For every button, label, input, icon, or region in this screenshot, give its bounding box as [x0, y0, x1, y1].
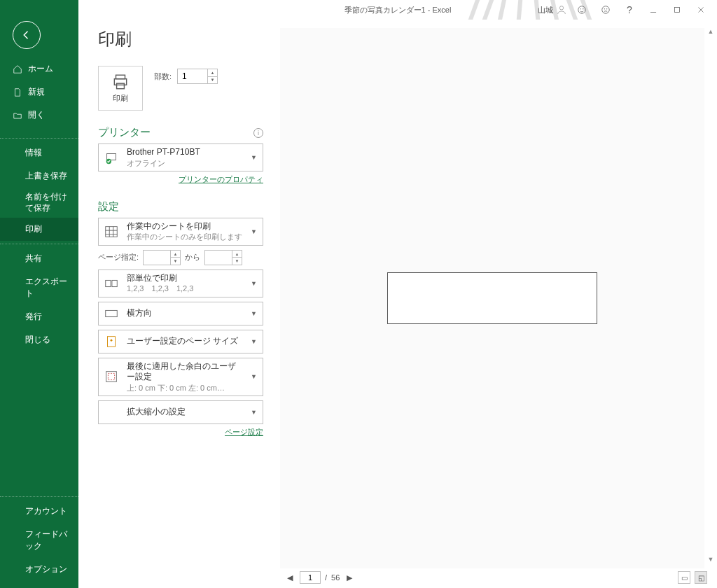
up[interactable]: ▲	[171, 251, 180, 258]
face-happy-button[interactable]	[573, 2, 591, 18]
prev-page-button[interactable]: ◀	[284, 573, 295, 582]
orientation-title: 横方向	[127, 308, 242, 319]
nav-label: ホーム	[28, 63, 53, 75]
copies-label: 部数:	[154, 71, 172, 82]
copies-spinner[interactable]: ▲ ▼	[177, 69, 218, 84]
nav-label: アカウント	[25, 505, 67, 517]
printer-status: オフライン	[127, 158, 242, 168]
print-what-dropdown[interactable]: 作業中のシートを印刷 作業中のシートのみを印刷します ▼	[98, 218, 263, 246]
nav-home[interactable]: ホーム	[0, 57, 78, 80]
print-button[interactable]: 印刷	[98, 66, 143, 111]
nav-publish[interactable]: 発行	[0, 305, 78, 328]
print-what-title: 作業中のシートを印刷	[127, 221, 242, 232]
help-button[interactable]: ?	[620, 2, 639, 18]
nav-account[interactable]: アカウント	[0, 500, 78, 523]
pagesize-title: ユーザー設定のページ サイズ	[127, 336, 242, 347]
user-account[interactable]: 山城	[538, 4, 567, 15]
nav-label: 新規	[28, 86, 45, 98]
scroll-down[interactable]: ▼	[706, 556, 715, 564]
nav-saveas[interactable]: 名前を付けて保存	[0, 188, 78, 218]
orientation-dropdown[interactable]: 横方向 ▼	[98, 302, 263, 326]
down[interactable]: ▼	[232, 258, 242, 265]
face-happy-icon	[577, 5, 587, 15]
down[interactable]: ▼	[171, 258, 180, 265]
chevron-down-icon: ▼	[249, 228, 258, 235]
printer-name: Brother PT-P710BT	[127, 147, 242, 158]
nav-close[interactable]: 閉じる	[0, 328, 78, 351]
margins-dropdown[interactable]: 最後に適用した余白のユーザー設定 上: 0 cm 下: 0 cm 左: 0 cm…	[98, 358, 263, 396]
svg-rect-14	[106, 280, 111, 286]
svg-rect-13	[106, 226, 118, 237]
scroll-up[interactable]: ▲	[706, 28, 715, 36]
nav-options[interactable]: オプション	[0, 558, 78, 581]
nav-new[interactable]: 新規	[0, 80, 78, 104]
svg-rect-16	[106, 310, 118, 316]
pages-to-input[interactable]	[205, 251, 232, 265]
svg-point-3	[583, 9, 583, 10]
minimize-button[interactable]	[644, 2, 662, 18]
next-page-button[interactable]: ▶	[344, 573, 355, 582]
printer-dropdown[interactable]: Brother PT-P710BT オフライン ▼	[98, 144, 263, 172]
chevron-down-icon: ▼	[249, 338, 258, 345]
nav-print[interactable]: 印刷	[0, 218, 78, 241]
pages-from-input[interactable]	[144, 251, 170, 265]
copies-input[interactable]	[178, 69, 207, 83]
page-setup-link[interactable]: ページ設定	[225, 428, 263, 436]
copies-down[interactable]: ▼	[208, 77, 217, 84]
printer-icon	[111, 73, 130, 91]
preview-scrollbar[interactable]: ▲ ▼	[706, 28, 716, 564]
svg-rect-8	[116, 75, 125, 78]
svg-rect-10	[117, 83, 125, 89]
nav-label: 発行	[25, 311, 42, 323]
pagesize-icon	[103, 333, 120, 350]
pages-label: ページ指定:	[98, 252, 139, 262]
copies-up[interactable]: ▲	[208, 69, 217, 77]
nav-label: 印刷	[25, 223, 42, 235]
back-button[interactable]	[13, 21, 41, 49]
up[interactable]: ▲	[232, 251, 242, 258]
margins-title: 最後に適用した余白のユーザー設定	[127, 361, 242, 383]
scaling-title: 拡大縮小の設定	[127, 407, 242, 418]
print-preview-panel: ▲ ▼ ◀ / 56 ▶ ▭ ◱	[274, 20, 717, 588]
title-bar: 季節の写真カレンダー1 - Excel 山城 ?	[78, 0, 717, 20]
user-icon	[556, 4, 567, 15]
margins-icon	[103, 368, 120, 385]
pages-to-spinner[interactable]: ▲▼	[204, 250, 242, 265]
zoom-to-page-button[interactable]: ◱	[695, 571, 707, 584]
home-icon	[13, 64, 22, 74]
nav-export[interactable]: エクスポート	[0, 270, 78, 305]
page-total: 56	[331, 573, 340, 582]
close-window-button[interactable]	[692, 2, 710, 18]
collate-dropdown[interactable]: 部単位で印刷 1,2,3 1,2,3 1,2,3 ▼	[98, 270, 263, 298]
nav-label: オプション	[25, 564, 67, 575]
sheet-icon	[103, 223, 120, 240]
maximize-button[interactable]	[668, 2, 686, 18]
collate-title: 部単位で印刷	[127, 273, 242, 284]
chevron-down-icon: ▼	[249, 310, 258, 317]
collate-icon	[103, 275, 120, 292]
svg-point-1	[578, 6, 586, 14]
nav-save[interactable]: 上書き保存	[0, 164, 78, 188]
settings-heading: 設定	[98, 200, 119, 214]
nav-info[interactable]: 情報	[0, 141, 78, 164]
pages-from-spinner[interactable]: ▲▼	[143, 250, 181, 265]
nav-share[interactable]: 共有	[0, 247, 78, 270]
svg-point-2	[580, 9, 581, 10]
svg-rect-18	[106, 372, 117, 382]
printer-info-button[interactable]: i	[253, 128, 263, 138]
nav-open[interactable]: 開く	[0, 104, 78, 127]
page-input[interactable]	[300, 571, 321, 584]
page-sep: /	[325, 573, 327, 582]
printer-properties-link[interactable]: プリンターのプロパティ	[179, 175, 263, 183]
printer-heading: プリンター	[98, 126, 151, 139]
show-margins-button[interactable]: ▭	[678, 571, 690, 584]
nav-label: 情報	[25, 147, 42, 159]
chevron-down-icon: ▼	[249, 409, 258, 416]
face-sad-button[interactable]	[597, 2, 615, 18]
pagesize-dropdown[interactable]: ユーザー設定のページ サイズ ▼	[98, 330, 263, 354]
scaling-dropdown[interactable]: 拡大縮小の設定 ▼	[98, 400, 263, 424]
nav-label: 名前を付けて保存	[25, 192, 71, 214]
nav-feedback[interactable]: フィードバック	[0, 523, 78, 558]
preview-page	[387, 272, 597, 324]
collate-sub: 1,2,3 1,2,3 1,2,3	[127, 284, 242, 293]
